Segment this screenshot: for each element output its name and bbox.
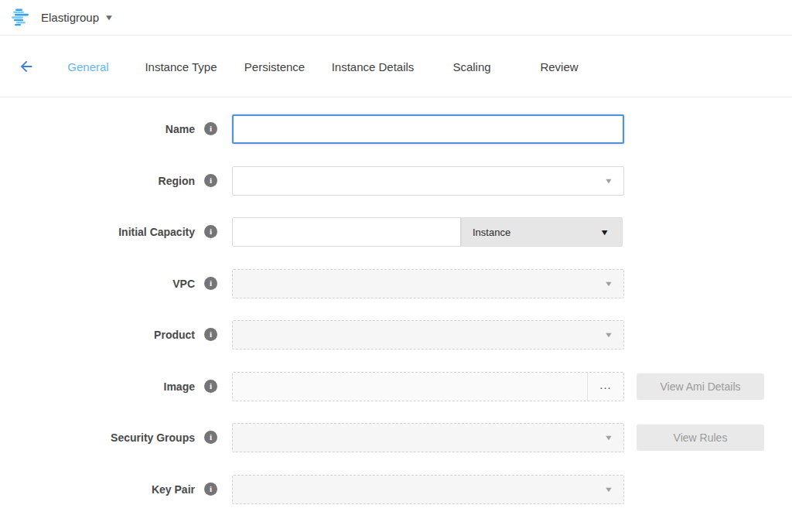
back-arrow-icon[interactable]: [17, 57, 36, 76]
capacity-unit-caret-down-icon: ▼: [599, 227, 609, 237]
key-pair-select: ▼: [232, 475, 624, 504]
key-pair-label: Key Pair: [0, 475, 195, 504]
region-select[interactable]: ▼: [232, 166, 624, 196]
vpc-caret-down-icon: ▼: [604, 280, 613, 288]
region-info-icon[interactable]: i: [204, 174, 217, 187]
initial-capacity-info-icon[interactable]: i: [204, 225, 217, 238]
vpc-label: VPC: [0, 269, 195, 298]
tab-instance-type[interactable]: Instance Type: [145, 60, 217, 73]
key-pair-caret-down-icon: ▼: [604, 486, 613, 494]
key-pair-row: Key Pair i ▼: [0, 475, 792, 504]
capacity-unit-value: Instance: [473, 227, 510, 238]
security-groups-caret-down-icon: ▼: [604, 434, 613, 442]
image-input: ...: [232, 372, 624, 401]
image-label: Image: [0, 372, 195, 401]
key-pair-info-icon[interactable]: i: [204, 483, 217, 496]
region-caret-down-icon: ▼: [604, 177, 613, 186]
tab-review[interactable]: Review: [540, 60, 578, 73]
image-browse-button[interactable]: ...: [587, 373, 623, 401]
top-app-bar: Elastigroup ▼: [0, 0, 792, 36]
image-info-icon[interactable]: i: [204, 380, 217, 393]
initial-capacity-label: Initial Capacity: [0, 217, 195, 247]
security-groups-label: Security Groups: [0, 423, 195, 452]
view-ami-details-button[interactable]: View Ami Details: [637, 373, 764, 400]
security-groups-row: Security Groups i ▼ View Rules: [0, 423, 792, 452]
app-title[interactable]: Elastigroup: [41, 11, 99, 24]
name-info-icon[interactable]: i: [204, 122, 217, 135]
image-row: Image i ... View Ami Details: [0, 372, 792, 401]
vpc-info-icon[interactable]: i: [204, 277, 217, 290]
wizard-tab-bar: General Instance Type Persistence Instan…: [0, 36, 792, 97]
initial-capacity-row: Initial Capacity i Instance ▼: [0, 217, 792, 247]
tab-general[interactable]: General: [67, 60, 108, 73]
region-row: Region i ▼: [0, 166, 792, 196]
tab-persistence[interactable]: Persistence: [244, 60, 305, 73]
product-info-icon[interactable]: i: [204, 328, 217, 341]
product-row: Product i ▼: [0, 320, 792, 350]
product-label: Product: [0, 320, 195, 350]
elastigroup-logo-icon: [12, 9, 32, 27]
capacity-unit-select[interactable]: Instance ▼: [461, 217, 623, 247]
tab-scaling[interactable]: Scaling: [452, 60, 490, 73]
name-input[interactable]: [232, 114, 624, 144]
security-groups-select: ▼: [232, 423, 624, 452]
vpc-row: VPC i ▼: [0, 269, 792, 298]
general-settings-form: Name i Region i ▼ Initial Capacity i Ins…: [0, 97, 792, 532]
app-switcher-caret-icon[interactable]: ▼: [104, 13, 114, 22]
security-groups-info-icon[interactable]: i: [204, 431, 217, 444]
name-row: Name i: [0, 114, 792, 144]
product-select: ▼: [232, 320, 624, 350]
initial-capacity-input[interactable]: [232, 217, 461, 247]
vpc-select: ▼: [232, 269, 624, 298]
tab-instance-details[interactable]: Instance Details: [332, 60, 415, 73]
region-label: Region: [0, 166, 195, 196]
name-label: Name: [0, 114, 195, 144]
product-caret-down-icon: ▼: [604, 331, 613, 339]
view-rules-button[interactable]: View Rules: [637, 425, 764, 451]
